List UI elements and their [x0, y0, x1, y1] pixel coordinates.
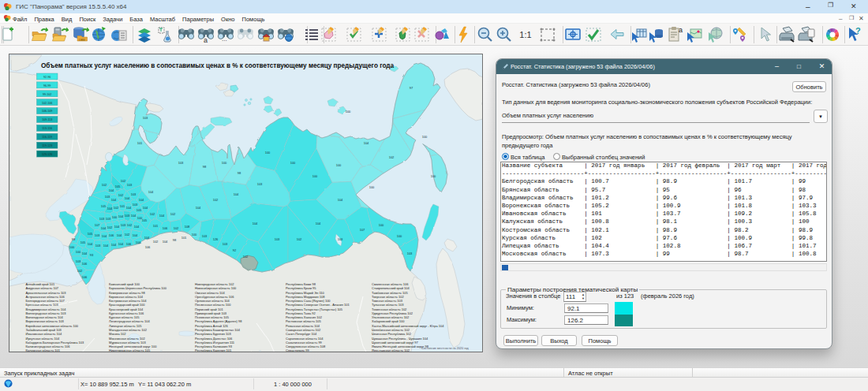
svg-text:103: 103	[407, 251, 413, 255]
svg-text:104: 104	[234, 192, 239, 196]
svg-text:Республика Ингушетия 111: Республика Ингушетия 111	[195, 341, 235, 344]
svg-text:116-119: 116-119	[42, 136, 52, 139]
svg-text:100: 100	[336, 163, 342, 167]
svg-text:...: ...	[222, 35, 227, 43]
svg-text:Калужская область 101: Калужская область 101	[26, 348, 61, 352]
svg-text:DBM: DBM	[79, 39, 85, 42]
svg-text:Тамбовская область 105: Тамбовская область 105	[372, 291, 409, 295]
svg-text:105: 105	[80, 240, 86, 244]
svg-text:Севастополь 99: Севастополь 99	[286, 348, 309, 352]
svg-text:103: 103	[338, 237, 343, 241]
svg-text:100: 100	[112, 215, 118, 219]
svg-text:104: 104	[125, 196, 130, 200]
svg-text:103: 103	[131, 192, 137, 196]
svg-text:103: 103	[202, 234, 208, 238]
svg-text:104: 104	[88, 242, 93, 246]
svg-text:Республика Адыгея (Адыгея) 98: Республика Адыгея (Адыгея) 98	[195, 319, 242, 323]
svg-text:100: 100	[346, 110, 351, 114]
svg-text:Республика Алтай 126: Республика Алтай 126	[195, 324, 229, 328]
svg-text:Еврейская автономная область: Еврейская автономная область 100	[26, 324, 79, 328]
svg-text:103: 103	[133, 203, 138, 207]
svg-text:104: 104	[134, 225, 140, 229]
svg-text:102: 102	[389, 155, 395, 159]
svg-text:105: 105	[115, 184, 121, 188]
svg-text:Нижегородская область 105: Нижегородская область 105	[109, 348, 151, 352]
svg-text:104: 104	[117, 233, 122, 237]
svg-text:Сахалинская область 99: Сахалинская область 99	[286, 341, 323, 344]
svg-text:Тверская область 102: Тверская область 102	[372, 295, 405, 299]
svg-text:Ивановская область 104: Ивановская область 104	[26, 332, 62, 336]
svg-text:Ярославская область 102: Ярославская область 102	[372, 348, 410, 352]
svg-text:Республика Коми 98: Республика Коми 98	[286, 282, 316, 286]
svg-text:Ханты-Мансийский автономный ок: Ханты-Мансийский автономный округ - Югра…	[372, 324, 444, 328]
svg-text:Республика Бурятия 103: Республика Бурятия 103	[195, 332, 231, 336]
svg-text:Рязанская область 104: Рязанская область 104	[286, 324, 320, 328]
svg-text:100: 100	[431, 174, 436, 178]
svg-text:Кемеровская область 98: Кемеровская область 98	[109, 291, 146, 295]
svg-text:104: 104	[159, 214, 165, 218]
svg-text:Оренбургская область 106: Оренбургская область 106	[195, 295, 234, 299]
svg-text:Алтайский край 101: Алтайский край 101	[26, 282, 56, 286]
svg-text:126: 126	[213, 237, 219, 241]
svg-text:102: 102	[127, 223, 133, 227]
svg-text:104: 104	[196, 206, 201, 210]
svg-text:104: 104	[136, 240, 141, 244]
svg-text:100: 100	[222, 161, 227, 165]
svg-text:Приморский край 103: Приморский край 103	[195, 311, 227, 315]
svg-text:Московская область 102: Московская область 102	[109, 337, 145, 341]
svg-text:104: 104	[131, 214, 137, 218]
svg-text:Курганская область 106: Курганская область 106	[109, 311, 144, 315]
svg-text:119-123: 119-123	[42, 144, 52, 147]
svg-text:Архангельская область 103: Архангельская область 103	[26, 291, 67, 295]
svg-text:104: 104	[103, 244, 109, 248]
svg-text:102: 102	[153, 240, 159, 244]
svg-text:Пермский край 101: Пермский край 101	[195, 307, 223, 311]
svg-text:104: 104	[253, 222, 258, 225]
svg-text:104: 104	[107, 207, 113, 210]
svg-text:100: 100	[76, 250, 81, 254]
svg-text:Кабардино-Балкарская Республик: Кабардино-Балкарская Республика 103	[26, 341, 84, 344]
svg-text:104: 104	[109, 188, 114, 192]
svg-text:Состояние местности на 2020 го: Состояние местности на 2020 год	[421, 347, 469, 350]
svg-text:102: 102	[102, 183, 107, 187]
svg-text:100: 100	[379, 223, 384, 227]
svg-text:Владимирская область 104: Владимирская область 104	[26, 307, 67, 311]
svg-text:103: 103	[76, 259, 81, 263]
svg-text:Кировская область 104: Кировская область 104	[109, 295, 144, 299]
svg-text:92-96: 92-96	[43, 76, 51, 79]
svg-text:104: 104	[101, 226, 107, 230]
svg-text:104: 104	[139, 198, 144, 202]
svg-text:Липецкая область 105: Липецкая область 105	[109, 324, 142, 328]
svg-text:96-99: 96-99	[43, 84, 51, 88]
svg-text:Камчатский край 100: Камчатский край 100	[109, 282, 140, 286]
svg-text:100: 100	[192, 233, 197, 236]
svg-text:97: 97	[410, 86, 413, 90]
svg-text:104: 104	[143, 206, 148, 210]
svg-text:101: 101	[120, 204, 125, 208]
svg-text:103: 103	[223, 242, 228, 246]
svg-text:102: 102	[114, 206, 119, 210]
svg-text:Республика Саха (Якутия) 100: Республика Саха (Якутия) 100	[286, 299, 331, 303]
svg-text:102: 102	[150, 212, 155, 216]
svg-text:98: 98	[238, 171, 241, 175]
svg-text:113-116: 113-116	[42, 127, 52, 130]
svg-text:Смоленская область 106: Смоленская область 106	[372, 282, 409, 286]
svg-text:a: a	[679, 26, 683, 34]
svg-text:Орловская область 104: Орловская область 104	[195, 299, 230, 303]
svg-text:100: 100	[265, 151, 271, 155]
svg-text:Республика Марий Эл 110: Республика Марий Эл 110	[286, 291, 325, 295]
svg-text:100: 100	[369, 185, 375, 189]
svg-text:93: 93	[90, 253, 94, 257]
svg-text:106: 106	[82, 275, 88, 279]
svg-text:Ростовская область 105: Ростовская область 105	[286, 319, 322, 323]
svg-text:Республика Мордовия 108: Республика Мордовия 108	[286, 295, 325, 299]
svg-text:Тюменская область 102: Тюменская область 102	[372, 307, 407, 311]
svg-text:Хабаровский край 100: Хабаровский край 100	[372, 319, 405, 323]
svg-text:103: 103	[121, 223, 126, 227]
svg-text:104: 104	[118, 242, 124, 246]
svg-text:109-113: 109-113	[42, 118, 52, 121]
svg-text:Томская область 103: Томская область 103	[372, 299, 403, 303]
svg-text:103: 103	[178, 161, 184, 165]
svg-text:102: 102	[170, 212, 176, 216]
svg-text:102-106: 102-106	[42, 102, 52, 105]
